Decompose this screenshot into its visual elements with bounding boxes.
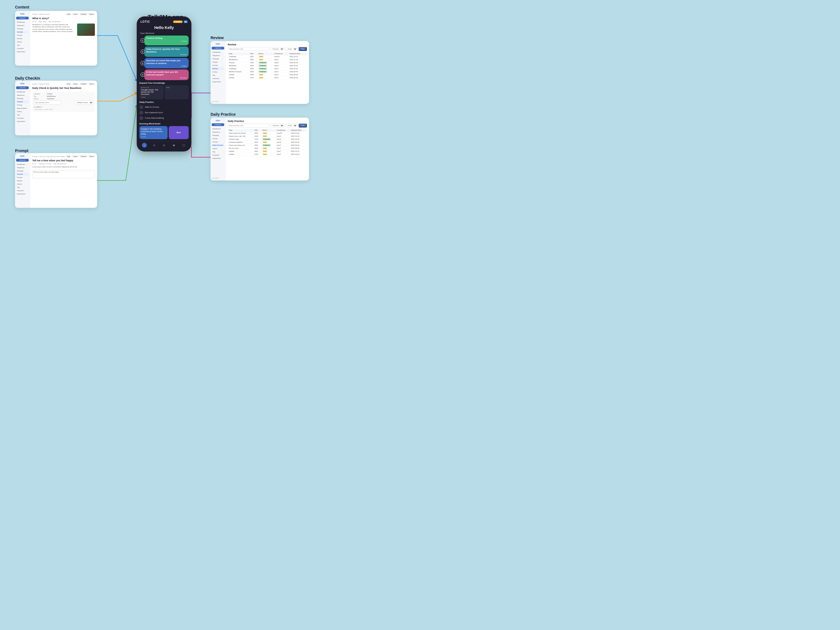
daily-table-row[interactable]: Restrict your Lotic...life 4926 Draft Us… xyxy=(228,135,307,138)
review-table-row[interactable]: untitled 4059 Draft User7 2022-06-09 xyxy=(228,73,307,76)
review-nav-prompt[interactable]: Prompt xyxy=(212,64,224,67)
prompt-textarea[interactable]: Tell me a time when you feel happy xyxy=(32,170,95,178)
checkin-nav-library[interactable]: Library xyxy=(16,110,29,113)
nav-globe[interactable]: ◉ xyxy=(171,143,176,148)
checkin-nav-carousel[interactable]: Carousel xyxy=(16,117,29,120)
review-nav-experiment[interactable]: Experiment xyxy=(212,81,224,83)
daily-table-row[interactable]: Practice yoga 4723 Published User6 2022-… xyxy=(228,138,307,141)
checkin-question-input[interactable] xyxy=(34,101,61,104)
daily-nav-library[interactable]: Library xyxy=(212,147,224,150)
review-filter-property[interactable]: Property xyxy=(270,47,284,51)
nav-drop[interactable]: ◎ xyxy=(162,143,167,148)
daily-filter-mode[interactable]: mode xyxy=(286,123,297,128)
review-table-row[interactable]: untitled 4101 Draft User7 2022-06-30 xyxy=(228,76,307,79)
workout-item-3[interactable]: 3 Describe an event that made you nervou… xyxy=(144,58,189,68)
review-filter-input[interactable] xyxy=(228,47,269,51)
context-edit-btn[interactable]: Edit xyxy=(66,13,71,15)
prompt-publish-btn[interactable]: Publish xyxy=(80,155,88,158)
daily-nav-package[interactable]: Package xyxy=(212,134,224,137)
review-nav-tag[interactable]: Tag xyxy=(212,74,224,77)
context-publish-btn[interactable]: Publish xyxy=(80,13,88,15)
prompt-nav-prompt[interactable]: Prompt xyxy=(16,176,29,179)
daily-nav-sequence[interactable]: Sequence xyxy=(212,131,224,133)
daily-nav-tag[interactable]: Tag xyxy=(212,150,224,153)
prompt-nav-package[interactable]: Package xyxy=(16,169,29,172)
checkin-more-btn[interactable]: More xyxy=(88,83,95,85)
review-nav-sequence[interactable]: Sequence xyxy=(212,54,224,57)
review-filter-mode[interactable]: mode xyxy=(286,47,297,51)
checkin-nav-tag[interactable]: Tag xyxy=(16,114,29,116)
context-more-btn[interactable]: More xyxy=(88,13,95,15)
daily-nav-activity[interactable]: Activity xyxy=(212,137,224,140)
prompt-nav-library[interactable]: Library xyxy=(16,183,29,185)
checkin-create-btn[interactable]: CREATE xyxy=(16,87,29,89)
review-nav-carousel[interactable]: Carousel xyxy=(212,77,224,80)
prompt-nav-dashboard[interactable]: Dashboard xyxy=(16,163,29,166)
context-nav-package[interactable]: Package xyxy=(16,27,29,30)
workout-item-2[interactable]: 2 Daily Check In: Quickly Set Your Basel… xyxy=(144,46,189,57)
nav-home[interactable]: ⌂ xyxy=(142,143,147,148)
dp-item-1[interactable]: Walk for 20 mins xyxy=(139,104,189,110)
checkin-nav-experiment[interactable]: Experiment xyxy=(16,120,29,123)
daily-nav-prompt[interactable]: Prompt xyxy=(212,141,224,143)
review-nav-review[interactable]: Review xyxy=(212,67,224,70)
daily-nav-experiment[interactable]: Experiment xyxy=(212,157,224,160)
prompt-more-btn[interactable]: More xyxy=(88,155,95,158)
expand-card-2[interactable]: Daily xyxy=(164,85,189,99)
context-create-btn[interactable]: CREATE xyxy=(16,17,29,19)
review-table-row[interactable]: Practice 3420 Published User6 2022-04-28 xyxy=(228,61,307,64)
checkin-nav-activity[interactable]: Activity xyxy=(16,100,29,103)
review-table-row[interactable]: Weekend Haunts 3918 Published User7 2022… xyxy=(228,70,307,73)
checkin-nav-sequence[interactable]: Sequence xyxy=(16,94,29,96)
context-save-btn[interactable]: Save xyxy=(72,13,79,15)
review-nav-activity[interactable]: Activity xyxy=(212,61,224,63)
daily-table-row[interactable]: untitled 4944 Draft User7 2022-10-10 xyxy=(228,150,307,153)
daily-nav-dashboard[interactable]: Dashboard xyxy=(212,128,224,130)
checkin-publish-btn[interactable]: Publish xyxy=(80,83,88,85)
review-table-row[interactable]: Challenge 3927 Draft User20 2022-10-31 xyxy=(228,55,307,58)
context-nav-library[interactable]: Library xyxy=(16,41,29,43)
prompt-nav-sequence[interactable]: Sequence xyxy=(16,166,29,169)
checkin-type-select[interactable]: Multiple choice xyxy=(75,101,93,104)
review-create-btn[interactable]: CREATE xyxy=(212,47,224,49)
checkin-nav-prompt[interactable]: Prompt xyxy=(16,104,29,106)
workout-item-1[interactable]: 1 Context Setting 3 mins xyxy=(144,36,189,46)
dp-item-3[interactable]: 5 mins deep breathing xyxy=(139,115,189,121)
dp-item-2[interactable]: Eat a balanced lunch xyxy=(139,110,189,115)
nav-user[interactable]: ◯ xyxy=(181,143,186,148)
context-nav-sequence[interactable]: Sequence xyxy=(16,24,29,27)
checkin-nav-package[interactable]: Package xyxy=(16,97,29,100)
daily-table-row[interactable]: Practice/meditation 5023 Draft User6 202… xyxy=(228,141,307,144)
daily-filter-input[interactable] xyxy=(228,123,269,128)
daily-table-row[interactable]: renew your phone cal... 4932 Published U… xyxy=(228,144,307,147)
daily-filter-property[interactable]: Property xyxy=(270,123,284,128)
context-nav-activity[interactable]: Activity xyxy=(16,31,29,33)
review-filter-btn[interactable]: FIND xyxy=(298,47,307,51)
context-nav-tag[interactable]: Tag xyxy=(16,44,29,46)
prompt-nav-activity[interactable]: Activity xyxy=(16,173,29,175)
workout-item-4[interactable]: 4 In the last month have you felt hot/co… xyxy=(144,69,189,80)
ev-secondary[interactable]: Boo xyxy=(169,126,189,139)
checkin-nav-daily[interactable]: Daily Practice xyxy=(16,107,29,110)
context-nav-carousel[interactable]: Carousel xyxy=(16,47,29,50)
review-table-row[interactable]: Mindfulness 3920 Draft User2 2022-11-28 xyxy=(228,58,307,61)
prompt-nav-carousel[interactable]: Carousel xyxy=(16,189,29,192)
context-nav-experiment[interactable]: Experiment xyxy=(16,50,29,53)
checkin-add-option[interactable]: + Add option or add 'Other' xyxy=(34,109,53,110)
daily-table-row[interactable]: untitled 4102 Draft User7 2022-10-04 xyxy=(228,153,307,156)
expand-card-1[interactable]: Stories Lab Thought Hooks: The Stories W… xyxy=(139,85,164,99)
prompt-edit-btn[interactable]: Edit xyxy=(66,155,71,158)
prompt-nav-review[interactable]: Review xyxy=(16,179,29,182)
prompt-create-btn[interactable]: CREATE xyxy=(16,159,29,162)
daily-table-row[interactable]: Pet your dog 4833 Draft User7 2022-08-08 xyxy=(228,147,307,150)
prompt-nav-tag[interactable]: Tag xyxy=(16,186,29,189)
ev-main[interactable]: Engage in the breathing excercise at lea… xyxy=(139,126,167,139)
checkin-edit-btn[interactable]: Edit xyxy=(66,83,71,85)
review-nav-dashboard[interactable]: Dashboard xyxy=(212,51,224,54)
review-table-row[interactable]: Challenge 4062 Published User7 2022-02-0… xyxy=(228,67,307,70)
review-nav-package[interactable]: Package xyxy=(212,57,224,60)
prompt-save-btn[interactable]: Save xyxy=(72,155,79,158)
nav-search[interactable]: ⊙ xyxy=(152,143,157,148)
review-nav-library[interactable]: Library xyxy=(212,71,224,73)
daily-nav-carousel[interactable]: Carousel xyxy=(212,154,224,156)
